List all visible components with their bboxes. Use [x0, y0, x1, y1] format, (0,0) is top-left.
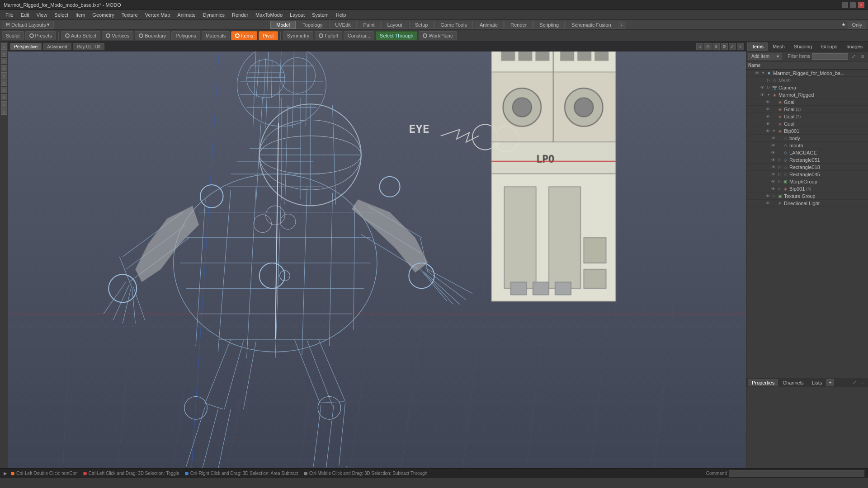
expand-icon[interactable]: ▷	[766, 78, 771, 83]
sidebar-btn-5[interactable]: ▷	[1, 72, 7, 79]
tab-render[interactable]: Render	[505, 21, 533, 29]
materials-button[interactable]: Materials	[202, 31, 230, 40]
visibility-icon[interactable]: 👁	[770, 186, 776, 192]
constrain-button[interactable]: Constrai...	[344, 31, 374, 40]
list-item[interactable]: 👁 ▷ ▣ Texture Group	[746, 192, 868, 200]
sidebar-btn-1[interactable]: ▷	[1, 43, 7, 50]
expand-icon[interactable]	[777, 150, 782, 155]
list-item[interactable]: 👁 ◇ mouth	[746, 142, 868, 149]
tab-lists[interactable]: Lists	[808, 379, 826, 386]
visibility-icon[interactable]: 👁	[770, 178, 776, 185]
tab-uvedit[interactable]: UVEdit	[329, 21, 356, 29]
list-item[interactable]: 👁 ◈ Goal(2)	[746, 106, 868, 113]
pivot-button[interactable]: Pivot	[259, 31, 278, 40]
add-tab-button[interactable]: +	[826, 379, 834, 386]
visibility-icon[interactable]: 👁	[770, 157, 776, 163]
vp-expand-icon[interactable]: ⤢	[729, 43, 736, 50]
visibility-icon[interactable]: 👁	[764, 106, 771, 113]
close-button[interactable]: ×	[858, 2, 864, 8]
expand-icon[interactable]: ▷	[766, 85, 771, 90]
list-item[interactable]: 👁 ▷ ▣ MorphGroup	[746, 178, 868, 185]
expand-icon[interactable]: ▾	[766, 93, 771, 97]
visibility-icon[interactable]: 👁	[764, 193, 771, 199]
only-button[interactable]: Only	[848, 21, 866, 29]
perspective-button[interactable]: Perspective	[10, 43, 42, 50]
filter-expand-icon[interactable]: ⤢	[850, 53, 857, 60]
list-item[interactable]: 👁 ▷ ◇ Rectangle018	[746, 164, 868, 171]
list-item[interactable]: 👁 ▾ ◈ Marmot_Rigged	[746, 91, 868, 99]
visibility-icon[interactable]: 👁	[770, 171, 776, 178]
expand-icon[interactable]	[777, 136, 782, 141]
tab-channels[interactable]: Channels	[779, 379, 807, 386]
menu-file[interactable]: File	[2, 10, 17, 19]
items-button[interactable]: Items	[231, 31, 257, 40]
bottom-menu-icon[interactable]: ≡	[859, 379, 866, 386]
visibility-icon[interactable]: 👁	[770, 135, 776, 141]
expand-icon[interactable]: ▷	[772, 194, 776, 198]
visibility-icon[interactable]: 👁	[770, 150, 776, 156]
tab-items[interactable]: Items	[747, 42, 768, 51]
maximize-button[interactable]: □	[850, 2, 856, 8]
expand-icon[interactable]: ▷	[777, 165, 782, 169]
minimize-button[interactable]: _	[842, 2, 848, 8]
select-through-button[interactable]: Select Through	[376, 31, 417, 40]
menu-maxtomodo[interactable]: MaxToModo	[252, 10, 286, 19]
workplane-button[interactable]: WorkPlane	[419, 31, 457, 40]
expand-icon[interactable]: ▷	[777, 158, 782, 162]
visibility-icon[interactable]: 👁	[759, 84, 765, 91]
menu-help[interactable]: Help	[332, 10, 350, 19]
sculpt-button[interactable]: Sculpt	[2, 31, 24, 40]
list-item[interactable]: 👁 ◈ Goal(7)	[746, 113, 868, 120]
tab-topology[interactable]: Topology	[297, 21, 328, 29]
menu-layout[interactable]: Layout	[286, 10, 308, 19]
tab-images[interactable]: Images	[842, 42, 867, 51]
menu-animate[interactable]: Animate	[174, 10, 199, 19]
vertices-button[interactable]: Vertices	[102, 31, 133, 40]
command-input[interactable]	[729, 470, 864, 477]
sidebar-btn-3[interactable]: ▷	[1, 58, 7, 64]
expand-icon[interactable]: ▷	[777, 172, 782, 177]
expand-bottom-icon[interactable]: ⤢	[851, 379, 858, 386]
tab-properties[interactable]: Properties	[748, 379, 778, 386]
menu-vertexmap[interactable]: Vertex Map	[142, 10, 174, 19]
sidebar-btn-7[interactable]: ▷	[1, 87, 7, 93]
list-item[interactable]: 👁 ◇ body	[746, 135, 868, 142]
menu-dynamics[interactable]: Dynamics	[199, 10, 228, 19]
list-item[interactable]: 👁 ▷ ◇ Rectangle051	[746, 156, 868, 164]
tab-paint[interactable]: Paint	[358, 21, 381, 29]
visibility-icon[interactable]: 👁	[770, 142, 776, 149]
boundary-button[interactable]: Boundary	[135, 31, 170, 40]
visibility-icon[interactable]: 👁	[754, 70, 760, 76]
sidebar-btn-4[interactable]: ▷	[1, 65, 7, 71]
expand-icon[interactable]: ▾	[772, 129, 776, 133]
visibility-icon[interactable]: 👁	[764, 121, 771, 127]
vp-fit-icon[interactable]: ◎	[704, 43, 712, 50]
sidebar-btn-6[interactable]: ▷	[1, 80, 7, 86]
vp-menu-icon[interactable]: ≡	[737, 43, 744, 50]
list-item[interactable]: ○ ▷ ◇ Mesh	[746, 77, 868, 84]
list-item[interactable]: 👁 ▾ ◈ Bip001	[746, 127, 868, 135]
visibility-icon[interactable]: 👁	[764, 113, 771, 120]
expand-icon[interactable]: ▷	[777, 179, 782, 184]
tab-mesh[interactable]: Mesh	[769, 42, 789, 51]
auto-select-button[interactable]: Auto Select	[61, 31, 100, 40]
list-item[interactable]: 👁 ▷ ◈ Bip001(5)	[746, 185, 868, 192]
symmetry-button[interactable]: Symmetry	[283, 31, 314, 40]
falloff-button[interactable]: Falloff	[315, 31, 342, 40]
add-item-dropdown[interactable]: ▾	[774, 53, 782, 60]
raygl-button[interactable]: Ray GL: Off	[73, 43, 105, 50]
visibility-icon[interactable]: 👁	[770, 164, 776, 170]
visibility-icon[interactable]: 👁	[764, 128, 771, 134]
sidebar-btn-2[interactable]: ▷	[1, 51, 7, 57]
menu-select[interactable]: Select	[51, 10, 72, 19]
expand-icon[interactable]	[772, 114, 776, 119]
default-layouts-button[interactable]: ⊞ Default Layouts ▾	[2, 21, 54, 29]
menu-item[interactable]: Item	[72, 10, 89, 19]
viewport-3d[interactable]: Perspective Advanced Ray GL: Off ⌂ ◎ ⊕ ⚙…	[8, 42, 746, 468]
visibility-icon[interactable]: 👁	[759, 92, 765, 98]
filter-input[interactable]	[812, 53, 848, 60]
vp-home-icon[interactable]: ⌂	[696, 43, 703, 50]
menu-geometry[interactable]: Geometry	[89, 10, 118, 19]
visibility-icon[interactable]: 👁	[764, 99, 771, 105]
sidebar-btn-9[interactable]: ▷	[1, 101, 7, 108]
